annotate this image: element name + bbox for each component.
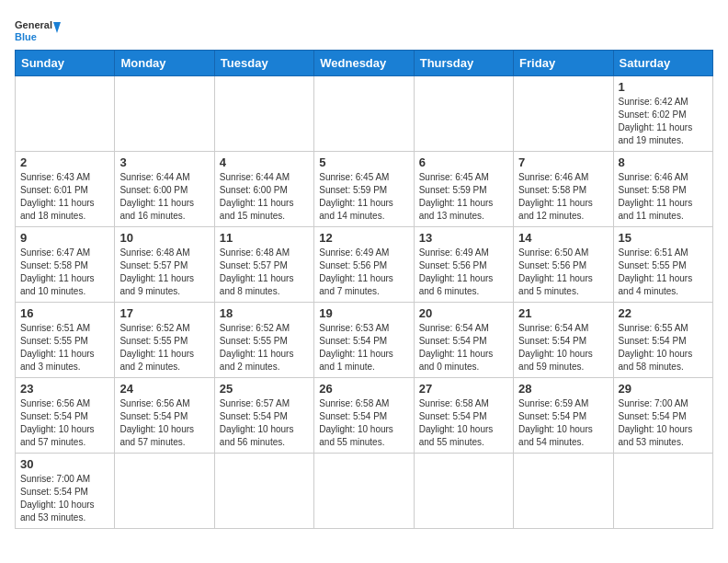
calendar-cell: 21Sunrise: 6:54 AM Sunset: 5:54 PM Dayli… [514, 303, 613, 378]
day-number: 17 [119, 306, 209, 320]
day-info: Sunrise: 6:44 AM Sunset: 6:00 PM Dayligh… [220, 171, 309, 223]
day-info: Sunrise: 6:53 AM Sunset: 5:54 PM Dayligh… [319, 322, 408, 373]
calendar-cell: 2Sunrise: 6:43 AM Sunset: 6:01 PM Daylig… [16, 152, 115, 227]
day-number: 30 [20, 457, 109, 471]
day-number: 12 [319, 231, 408, 245]
day-info: Sunrise: 6:45 AM Sunset: 5:59 PM Dayligh… [319, 171, 408, 223]
day-info: Sunrise: 6:49 AM Sunset: 5:56 PM Dayligh… [319, 247, 408, 298]
calendar-cell: 30Sunrise: 7:00 AM Sunset: 5:54 PM Dayli… [16, 454, 115, 529]
day-number: 4 [220, 155, 309, 169]
day-number: 28 [518, 382, 608, 396]
day-number: 24 [119, 382, 209, 396]
day-number: 25 [220, 382, 309, 396]
calendar-cell: 24Sunrise: 6:56 AM Sunset: 5:54 PM Dayli… [115, 378, 214, 454]
day-number: 14 [518, 231, 608, 245]
weekday-header-tuesday: Tuesday [214, 51, 313, 76]
day-info: Sunrise: 6:44 AM Sunset: 6:00 PM Dayligh… [119, 171, 209, 223]
week-row-3: 9Sunrise: 6:47 AM Sunset: 5:58 PM Daylig… [16, 227, 713, 303]
calendar-cell: 1Sunrise: 6:42 AM Sunset: 6:02 PM Daylig… [613, 76, 712, 152]
day-info: Sunrise: 6:48 AM Sunset: 5:57 PM Dayligh… [119, 247, 209, 298]
weekday-header-sunday: Sunday [16, 51, 115, 76]
calendar-cell [214, 76, 313, 152]
day-number: 18 [220, 306, 309, 320]
calendar-cell: 18Sunrise: 6:52 AM Sunset: 5:55 PM Dayli… [214, 303, 313, 378]
day-info: Sunrise: 6:47 AM Sunset: 5:58 PM Dayligh… [20, 247, 109, 298]
day-number: 6 [419, 155, 508, 169]
calendar-cell: 20Sunrise: 6:54 AM Sunset: 5:54 PM Dayli… [414, 303, 513, 378]
calendar-cell: 8Sunrise: 6:46 AM Sunset: 5:58 PM Daylig… [613, 152, 712, 227]
calendar-cell: 28Sunrise: 6:59 AM Sunset: 5:54 PM Dayli… [514, 378, 613, 454]
calendar-cell [314, 454, 414, 529]
day-number: 27 [419, 382, 508, 396]
day-info: Sunrise: 6:46 AM Sunset: 5:58 PM Dayligh… [518, 171, 608, 223]
day-info: Sunrise: 6:52 AM Sunset: 5:55 PM Dayligh… [220, 322, 309, 373]
calendar-cell: 17Sunrise: 6:52 AM Sunset: 5:55 PM Dayli… [115, 303, 214, 378]
day-info: Sunrise: 6:58 AM Sunset: 5:54 PM Dayligh… [419, 397, 508, 449]
calendar-cell: 13Sunrise: 6:49 AM Sunset: 5:56 PM Dayli… [414, 227, 513, 303]
day-info: Sunrise: 6:58 AM Sunset: 5:54 PM Dayligh… [319, 397, 408, 449]
day-number: 10 [119, 231, 209, 245]
day-info: Sunrise: 7:00 AM Sunset: 5:54 PM Dayligh… [20, 473, 109, 524]
calendar-cell: 15Sunrise: 6:51 AM Sunset: 5:55 PM Dayli… [613, 227, 712, 303]
calendar-cell: 19Sunrise: 6:53 AM Sunset: 5:54 PM Dayli… [314, 303, 414, 378]
day-info: Sunrise: 6:55 AM Sunset: 5:54 PM Dayligh… [619, 322, 708, 373]
day-info: Sunrise: 6:54 AM Sunset: 5:54 PM Dayligh… [518, 322, 608, 373]
day-info: Sunrise: 6:49 AM Sunset: 5:56 PM Dayligh… [419, 247, 508, 298]
calendar-cell: 10Sunrise: 6:48 AM Sunset: 5:57 PM Dayli… [115, 227, 214, 303]
calendar-cell: 9Sunrise: 6:47 AM Sunset: 5:58 PM Daylig… [16, 227, 115, 303]
calendar-cell: 27Sunrise: 6:58 AM Sunset: 5:54 PM Dayli… [414, 378, 513, 454]
calendar-cell [115, 454, 214, 529]
week-row-5: 23Sunrise: 6:56 AM Sunset: 5:54 PM Dayli… [16, 378, 713, 454]
day-number: 20 [419, 306, 508, 320]
day-number: 21 [518, 306, 608, 320]
calendar-cell [613, 454, 712, 529]
weekday-header-row: SundayMondayTuesdayWednesdayThursdayFrid… [16, 51, 713, 76]
calendar-cell: 23Sunrise: 6:56 AM Sunset: 5:54 PM Dayli… [16, 378, 115, 454]
weekday-header-wednesday: Wednesday [314, 51, 414, 76]
day-info: Sunrise: 6:48 AM Sunset: 5:57 PM Dayligh… [220, 247, 309, 298]
day-info: Sunrise: 7:00 AM Sunset: 5:54 PM Dayligh… [619, 397, 708, 449]
day-number: 19 [319, 306, 408, 320]
day-info: Sunrise: 6:51 AM Sunset: 5:55 PM Dayligh… [619, 247, 708, 298]
day-info: Sunrise: 6:54 AM Sunset: 5:54 PM Dayligh… [419, 322, 508, 373]
day-info: Sunrise: 6:59 AM Sunset: 5:54 PM Dayligh… [518, 397, 608, 449]
logo-svg: General Blue [15, 15, 61, 44]
day-number: 3 [119, 155, 209, 169]
calendar-cell [414, 76, 513, 152]
day-info: Sunrise: 6:52 AM Sunset: 5:55 PM Dayligh… [119, 322, 209, 373]
day-info: Sunrise: 6:43 AM Sunset: 6:01 PM Dayligh… [20, 171, 109, 223]
day-number: 15 [619, 231, 708, 245]
week-row-2: 2Sunrise: 6:43 AM Sunset: 6:01 PM Daylig… [16, 152, 713, 227]
day-number: 7 [518, 155, 608, 169]
week-row-6: 30Sunrise: 7:00 AM Sunset: 5:54 PM Dayli… [16, 454, 713, 529]
calendar-cell [514, 454, 613, 529]
calendar-cell: 3Sunrise: 6:44 AM Sunset: 6:00 PM Daylig… [115, 152, 214, 227]
calendar-cell: 14Sunrise: 6:50 AM Sunset: 5:56 PM Dayli… [514, 227, 613, 303]
page-header: General Blue [15, 15, 713, 44]
calendar-cell: 5Sunrise: 6:45 AM Sunset: 5:59 PM Daylig… [314, 152, 414, 227]
calendar: SundayMondayTuesdayWednesdayThursdayFrid… [15, 50, 713, 529]
day-info: Sunrise: 6:57 AM Sunset: 5:54 PM Dayligh… [220, 397, 309, 449]
calendar-cell [115, 76, 214, 152]
day-info: Sunrise: 6:45 AM Sunset: 5:59 PM Dayligh… [419, 171, 508, 223]
week-row-4: 16Sunrise: 6:51 AM Sunset: 5:55 PM Dayli… [16, 303, 713, 378]
calendar-cell: 25Sunrise: 6:57 AM Sunset: 5:54 PM Dayli… [214, 378, 313, 454]
day-number: 11 [220, 231, 309, 245]
calendar-cell: 22Sunrise: 6:55 AM Sunset: 5:54 PM Dayli… [613, 303, 712, 378]
calendar-cell [16, 76, 115, 152]
calendar-cell: 12Sunrise: 6:49 AM Sunset: 5:56 PM Dayli… [314, 227, 414, 303]
day-number: 5 [319, 155, 408, 169]
logo: General Blue [15, 15, 61, 44]
day-info: Sunrise: 6:56 AM Sunset: 5:54 PM Dayligh… [20, 397, 109, 449]
day-info: Sunrise: 6:42 AM Sunset: 6:02 PM Dayligh… [619, 96, 708, 147]
day-number: 2 [20, 155, 109, 169]
day-info: Sunrise: 6:51 AM Sunset: 5:55 PM Dayligh… [20, 322, 109, 373]
calendar-cell: 29Sunrise: 7:00 AM Sunset: 5:54 PM Dayli… [613, 378, 712, 454]
calendar-cell: 7Sunrise: 6:46 AM Sunset: 5:58 PM Daylig… [514, 152, 613, 227]
calendar-cell [314, 76, 414, 152]
weekday-header-thursday: Thursday [414, 51, 513, 76]
svg-text:Blue: Blue [15, 31, 37, 42]
day-number: 1 [619, 80, 708, 94]
day-info: Sunrise: 6:50 AM Sunset: 5:56 PM Dayligh… [518, 247, 608, 298]
day-number: 13 [419, 231, 508, 245]
